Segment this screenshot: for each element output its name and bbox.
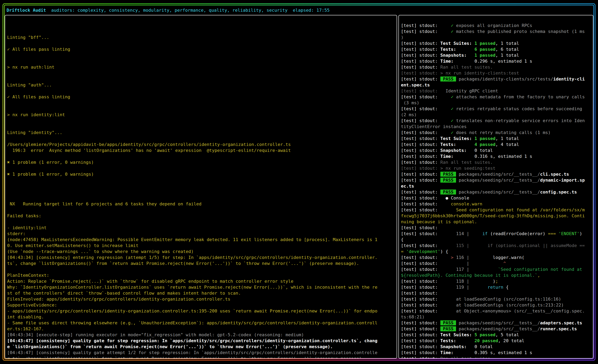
terminal-line <box>7 183 396 189</box>
terminal-line: /Users/glemiere/Projects/appidavit-be/ap… <box>7 141 396 148</box>
terminal-line: [test] stdout: > 116 | logger.warn( <box>401 255 592 261</box>
terminal-line: [test] stdout: ✓ matches the published p… <box>401 29 592 34</box>
terminal-line <box>7 207 396 213</box>
terminal-line: Failed tasks: <box>7 213 396 219</box>
terminal-line <box>7 195 396 201</box>
terminal-line: Linting "bff"... <box>7 34 396 41</box>
terminal-line <box>7 17 396 23</box>
window-frame-inner: Driftlock Audit auditors: complexity, co… <box>4 5 594 359</box>
terminal-line: [test] stdout: ● Console <box>401 195 592 201</box>
terminal-line: ts`, change `listOrganizations()` from `… <box>7 261 396 266</box>
terminal-line: [test] stdout: console.warn <box>401 201 592 207</box>
terminal-line: Linting "identity"... <box>7 130 396 136</box>
header-bar: Driftlock Audit auditors: complexity, co… <box>5 5 593 15</box>
terminal-line: [test] stdout: PASS packages/seeding/src… <box>401 177 592 183</box>
terminal-line <box>7 76 396 82</box>
terminal-line: (2 ms) <box>401 112 592 118</box>
terminal-line: fxcwg5j7037j6bbsk30hrtw0000gn/T/seed-con… <box>401 213 592 219</box>
window-frame-gap: Driftlock Audit auditors: complexity, co… <box>3 4 595 360</box>
terminal-line: [test] stdout: 117 | `Seed configuration… <box>401 266 592 273</box>
terminal-line <box>401 17 592 23</box>
terminal-line: [test] stdout: PASS packages/seeding/src… <box>401 320 592 326</box>
terminal-line: [04:43:47] [consistency] quality gate fo… <box>7 338 396 344</box>
terminal-line: [test] stdout: 119 | return { <box>401 284 592 290</box>
terminal-line: (Use `node --trace-warnings ...` to show… <box>7 249 396 255</box>
terminal-line <box>7 52 396 58</box>
terminal-line <box>7 165 396 171</box>
lint-output-pane: Linting "bff"... ✓ All files pass lintin… <box>5 15 397 359</box>
elapsed-timer: elapsed: 17:55 <box>293 8 330 13</box>
terminal-line: 0. Use emitter.setMaxListeners() to incr… <box>7 243 396 249</box>
terminal-line: [test] stdout: PASS packages/identity-cl… <box>401 76 592 82</box>
terminal-line: ✖ 1 problem (1 error, 0 warnings) <box>7 171 396 177</box>
terminal-line: (3 ms) <box>401 100 592 106</box>
terminal-line: [test] stdout: <box>401 290 592 296</box>
terminal-line <box>7 41 396 46</box>
terminal-line: Why: `IdentityOrganizationController.lis… <box>7 284 396 290</box>
terminal-line <box>7 136 396 141</box>
terminal-line: [test] stdout: Test Suites: 1 passed, 1 … <box>401 41 592 46</box>
terminal-line: ✓ All files pass linting <box>7 94 396 100</box>
lint-output: Linting "bff"... ✓ All files pass lintin… <box>5 16 397 359</box>
window-frame: Driftlock Audit auditors: complexity, co… <box>3 3 595 361</box>
terminal-line: [test] stdout: Test Suites: 5 passed, 5 … <box>401 332 592 338</box>
terminal-line: [04:43:47] [consistency] quality gate at… <box>7 350 396 356</box>
auditors-list: auditors: complexity, consistency, modul… <box>51 8 288 13</box>
terminal-line <box>7 266 396 273</box>
terminal-line: ${resolvedPath}. Continuing because it i… <box>401 273 592 278</box>
terminal-line: [test] stdout: Ran all test suites. <box>401 159 592 165</box>
terminal-line: [test] stdout: Seed configuration not fo… <box>401 207 592 213</box>
app-title: Driftlock Audit <box>7 8 46 13</box>
terminal-line <box>7 219 396 225</box>
header-spacer <box>288 8 293 13</box>
terminal-line <box>7 106 396 112</box>
terminal-line: [test] stdout: PASS packages/seeding/src… <box>401 171 592 177</box>
terminal-line: SupportiveEvidence: <box>7 302 396 308</box>
terminal-line: [test] stdout: <box>401 225 592 231</box>
terminal-line <box>7 153 396 159</box>
terminal-line: [test] stdout: Tests: 20 passed, 20 tota… <box>401 338 592 344</box>
terminal-line: [test] stdout: Ran all test suites. <box>401 356 592 359</box>
terminal-line: [test] stdout: Time: 0.316 s, estimated … <box>401 153 592 159</box>
terminal-line: > nx run identity:lint <box>7 112 396 118</box>
terminal-line <box>7 177 396 183</box>
test-output: [test] stdout: ✓ exposes all organizatio… <box>399 16 593 359</box>
terminal-line: [test] stdout: Time: 0.305 s, estimated … <box>401 350 592 356</box>
terminal-line <box>7 58 396 64</box>
test-output-pane: [test] stdout: ✓ exposes all organizatio… <box>398 15 593 359</box>
terminal-line: Action: Replace `Promise.reject(...)` wi… <box>7 278 396 284</box>
terminal-line: ec.ts <box>401 183 592 189</box>
terminal-line: [04:43:34] [consistency] entering regres… <box>7 255 396 261</box>
terminal-line <box>7 189 396 195</box>
terminal-line <box>7 29 396 34</box>
terminal-line: (node:47458) MaxListenersExceededWarning… <box>7 237 396 243</box>
terminal-line: [test] stdout: Identity gRPC client <box>401 88 592 94</box>
terminal-line: [test] stdout: at Object.<anonymous> (sr… <box>401 308 592 314</box>
terminal-line: stderr: <box>7 231 396 237</box>
terminal-line: 196:3 error Async method 'listOrganizati… <box>7 148 396 153</box>
terminal-line: [test] stdout: ✓ attaches metadata from … <box>401 94 592 100</box>
terminal-line: [test] stdout: Tests: 4 passed, 4 total <box>401 141 592 148</box>
terminal-line: int disabling. <box>7 314 396 320</box>
terminal-line: = 'development') { <box>401 249 592 255</box>
terminal-line: [04:43:34] [execute-step] running execut… <box>7 332 396 338</box>
terminal-line: e `listOrganizations()` from `return awa… <box>7 344 396 350</box>
terminal-line: ✓ All files pass linting <box>7 46 396 52</box>
terminal-line <box>7 88 396 94</box>
driftlock-audit-window: Driftlock Audit auditors: complexity, co… <box>5 5 593 359</box>
terminal-line: tityClientError instances <box>401 124 592 130</box>
terminal-line: - apps/identity/src/grpc/controllers/ide… <box>7 308 396 314</box>
terminal-line: ts:68:21) <box>401 314 592 320</box>
terminal-line: FilesInvolved: apps/identity/src/grpc/co… <box>7 296 396 302</box>
terminal-line: [test] stdout: ✓ retries retryable statu… <box>401 106 592 112</box>
terminal-line <box>7 70 396 76</box>
terminal-line: [test] stdout: 114 | if (readErrorCode(e… <box>401 231 592 237</box>
terminal-line: [test] stdout: Snapshots: 0 total <box>401 148 592 153</box>
terminal-line: [test] stdout: at loadSeedConfig (src/co… <box>401 296 592 302</box>
terminal-line: PlanItemContext: <box>7 273 396 278</box>
terminal-line: - identity:lint <box>7 225 396 231</box>
terminal-line: [test] stdout: Snapshots: 0 total <box>401 344 592 350</box>
terminal-line <box>7 100 396 106</box>
terminal-line: [test] stdout: PASS packages/seeding/src… <box>401 326 592 332</box>
terminal-line: [test] stdout: PASS packages/seeding/src… <box>401 189 592 195</box>
